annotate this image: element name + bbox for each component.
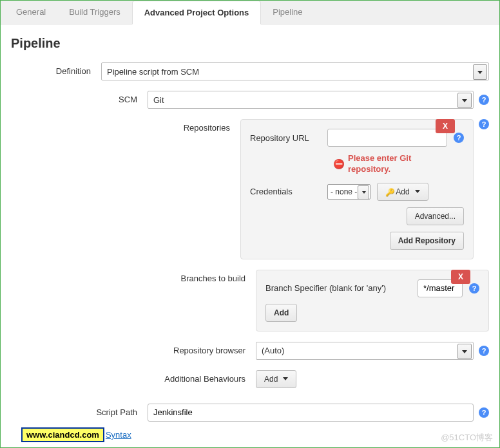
help-icon[interactable]: ? <box>454 133 464 143</box>
close-icon[interactable]: X <box>451 270 470 284</box>
definition-select[interactable]: Pipeline script from SCM <box>101 62 489 80</box>
add-branch-button[interactable]: Add <box>265 304 297 322</box>
error-text: Please enter Git repository. <box>348 153 438 175</box>
repo-browser-label: Repository browser <box>11 342 256 355</box>
page-title: Pipeline <box>11 36 489 51</box>
add-cred-label: Add <box>396 187 409 196</box>
scm-label: SCM <box>11 91 148 104</box>
key-icon: 🔑 <box>385 188 393 196</box>
add-credentials-button[interactable]: 🔑 Add <box>377 183 428 201</box>
watermark: @51CTO博客 <box>441 432 493 443</box>
help-icon[interactable]: ? <box>479 95 489 105</box>
config-tabs: General Build Triggers Advanced Project … <box>1 1 499 24</box>
repository-panel: X Repository URL ? ⛔ Please enter Git re… <box>240 119 474 259</box>
help-icon[interactable]: ? <box>479 346 489 356</box>
add-repository-button[interactable]: Add Repository <box>390 232 464 250</box>
additional-behaviours-label: Additional Behaviours <box>11 370 256 384</box>
branch-specifier-label: Branch Specifier (blank for 'any') <box>265 283 411 293</box>
add-behaviour-button[interactable]: Add <box>256 370 296 388</box>
help-icon[interactable]: ? <box>479 407 489 418</box>
definition-label: Definition <box>11 62 101 76</box>
tab-pipeline[interactable]: Pipeline <box>261 1 314 24</box>
tab-general[interactable]: General <box>5 1 57 24</box>
script-path-label: Script Path <box>11 404 148 417</box>
help-icon[interactable]: ? <box>469 283 479 294</box>
chevron-down-icon <box>415 190 420 193</box>
pipeline-syntax-link[interactable]: Syntax <box>106 430 131 440</box>
repository-url-input[interactable] <box>327 129 447 147</box>
repo-browser-select[interactable]: (Auto) <box>256 342 474 360</box>
help-icon[interactable]: ? <box>479 119 489 129</box>
repositories-label: Repositories <box>11 119 240 133</box>
tab-build-triggers[interactable]: Build Triggers <box>57 1 131 24</box>
advanced-button[interactable]: Advanced... <box>407 207 464 225</box>
tab-advanced-project-options[interactable]: Advanced Project Options <box>132 1 262 24</box>
branches-panel: X Branch Specifier (blank for 'any') ? A… <box>256 270 489 331</box>
add-behaviour-label: Add <box>264 375 278 384</box>
scm-select[interactable]: Git <box>148 91 474 109</box>
script-path-input[interactable] <box>148 404 474 422</box>
credentials-label: Credentials <box>250 187 321 196</box>
brand-badge: www.ciandcd.com <box>21 427 104 442</box>
chevron-down-icon <box>283 377 288 380</box>
close-icon[interactable]: X <box>436 119 455 133</box>
error-icon: ⛔ <box>334 159 344 169</box>
branches-label: Branches to build <box>11 270 256 283</box>
credentials-select[interactable]: - none - <box>327 184 370 200</box>
repository-url-label: Repository URL <box>250 133 321 143</box>
